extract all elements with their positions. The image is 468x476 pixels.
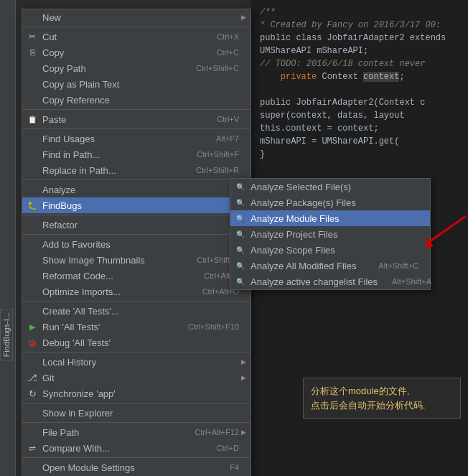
menu-item-copy[interactable]: CopyCtrl+C <box>22 45 251 60</box>
menu-item-cut[interactable]: CutCtrl+X <box>22 29 251 45</box>
icon-copy-icon <box>27 47 38 58</box>
menu-label-reformat: Reformat Code... <box>42 271 113 281</box>
icon-cut-icon <box>27 31 38 42</box>
menu-label-file-path: File Path <box>42 427 79 438</box>
menu-label-new: New <box>42 12 61 23</box>
menu-label-optimize-imports: Optimize Imports... <box>42 286 121 297</box>
menu-label-create-tests: Create 'All Tests'... <box>42 306 119 317</box>
menu-label-show-explorer: Show in Explorer <box>42 408 113 419</box>
analyze-icon-analyze-changelist <box>235 276 246 287</box>
code-line-10: this.context = context; <box>260 122 459 135</box>
shortcut-module-settings: F4 <box>215 463 239 472</box>
menu-item-replace-in-path[interactable]: Replace in Path...Ctrl+Shift+R <box>22 162 251 178</box>
analyze-icon-analyze-modified <box>235 260 246 271</box>
menu-label-compare-with: Compare With... <box>42 443 110 454</box>
menu-label-replace-in-path: Replace in Path... <box>42 165 116 176</box>
icon-compare-icon <box>27 442 38 454</box>
divider-after-new <box>22 27 251 27</box>
menu-label-findbugs: FindBugs <box>42 200 82 211</box>
shortcut-copy-path: Ctrl+Shift+C <box>182 64 239 73</box>
menu-label-find-usages: Find Usages <box>42 134 95 144</box>
submenu-label-analyze-module: Analyze Module Files <box>251 213 340 224</box>
findbugs-panel-label[interactable]: FindBugs-I... <box>0 309 13 360</box>
divider-after-synchronize <box>22 403 251 403</box>
code-line-7 <box>260 83 459 96</box>
submenu-item-analyze-selected[interactable]: Analyze Selected File(s) <box>230 179 430 195</box>
shortcut-copy: Ctrl+C <box>202 48 239 57</box>
shortcut-run-tests: Ctrl+Shift+F10 <box>174 322 239 331</box>
sidebar <box>0 0 16 476</box>
menu-item-module-settings[interactable]: Open Module SettingsF4 <box>22 459 251 475</box>
shortcut-find-in-path: Ctrl+Shift+F <box>182 150 239 159</box>
shortcut-cut: Ctrl+X <box>202 32 239 41</box>
submenu-label-analyze-project: Analyze Project Files <box>251 229 337 240</box>
menu-label-module-settings: Open Module Settings <box>42 462 135 473</box>
menu-label-copy-plain: Copy as Plain Text <box>42 79 119 90</box>
menu-item-synchronize[interactable]: Synchronize 'app' <box>22 386 251 401</box>
menu-item-paste[interactable]: PasteCtrl+V <box>22 111 251 127</box>
menu-label-copy: Copy <box>42 47 64 58</box>
code-line-6: private Context context; <box>260 70 459 83</box>
submenu-label-analyze-scope: Analyze Scope Files <box>251 245 335 256</box>
menu-item-compare-with[interactable]: Compare With...Ctrl+D <box>22 440 251 456</box>
menu-item-file-path[interactable]: File PathCtrl+Alt+F12 <box>22 424 251 440</box>
code-line-11: mShareAPI = UMShareAPI.get( <box>260 135 459 148</box>
submenu-item-analyze-package[interactable]: Analyze Package(s) Files <box>230 195 430 210</box>
menu-label-show-thumbnails: Show Image Thumbnails <box>42 255 145 266</box>
menu-item-findbugs[interactable]: FindBugs <box>22 197 251 213</box>
menu-item-copy-ref[interactable]: Copy Reference <box>22 92 251 108</box>
analyze-icon-analyze-project <box>235 228 246 240</box>
menu-item-reformat[interactable]: Reformat Code...Ctrl+Alt+L <box>22 268 251 284</box>
menu-item-find-usages[interactable]: Find UsagesAlt+F7 <box>22 131 251 146</box>
menu-item-copy-plain[interactable]: Copy as Plain Text <box>22 76 251 92</box>
menu-item-local-history[interactable]: Local History <box>22 354 251 370</box>
icon-debug-icon <box>27 337 38 348</box>
divider-after-paste <box>22 129 251 129</box>
divider-after-show-explorer <box>22 422 251 423</box>
menu-item-create-tests[interactable]: Create 'All Tests'... <box>22 303 251 319</box>
tooltip-line2: 点击后会自动开始分析代码. <box>311 398 453 413</box>
analyze-icon-analyze-package <box>235 197 246 208</box>
menu-label-git: Git <box>42 373 55 383</box>
code-line-4: UMShareAPI mShareAPI; <box>260 45 459 57</box>
submenu-item-analyze-scope[interactable]: Analyze Scope Files <box>230 242 430 258</box>
menu-item-new[interactable]: New <box>22 9 251 25</box>
menu-label-find-in-path: Find in Path... <box>42 149 100 160</box>
findbugs-submenu: Analyze Selected File(s)Analyze Package(… <box>230 178 431 290</box>
submenu-label-analyze-package: Analyze Package(s) Files <box>251 197 356 208</box>
menu-label-debug-tests: Debug 'All Tests' <box>42 337 111 348</box>
shortcut-find-usages: Alt+F7 <box>202 134 239 143</box>
code-line-8: public JobfairAdapter2(Context c <box>260 96 459 109</box>
menu-item-show-explorer[interactable]: Show in Explorer <box>22 405 251 421</box>
divider-after-optimize-imports <box>22 301 251 302</box>
menu-item-optimize-imports[interactable]: Optimize Imports...Ctrl+Alt+O <box>22 284 251 299</box>
code-line-5: // TODO: 2016/6/18 context never <box>260 57 459 70</box>
code-line-3: public class JobfairAdapter2 extends <box>260 32 459 45</box>
menu-label-cut: Cut <box>42 32 57 42</box>
menu-item-add-favorites[interactable]: Add to Favorites <box>22 236 251 252</box>
menu-item-run-tests[interactable]: Run 'All Tests'Ctrl+Shift+F10 <box>22 319 251 335</box>
svg-line-1 <box>430 216 466 241</box>
submenu-shortcut-analyze-changelist: Alt+Shift+A <box>378 277 431 286</box>
menu-label-add-favorites: Add to Favorites <box>42 239 111 250</box>
menu-item-find-in-path[interactable]: Find in Path...Ctrl+Shift+F <box>22 146 251 162</box>
menu-item-analyze[interactable]: Analyze <box>22 182 251 197</box>
menu-label-copy-path: Copy Path <box>42 63 86 74</box>
shortcut-file-path: Ctrl+Alt+F12 <box>180 428 239 437</box>
icon-git-icon <box>27 372 38 383</box>
analyze-icon-analyze-selected <box>235 181 246 192</box>
shortcut-paste: Ctrl+V <box>202 115 239 123</box>
submenu-item-analyze-project[interactable]: Analyze Project Files <box>230 226 430 242</box>
submenu-item-analyze-module[interactable]: Analyze Module Files <box>230 210 430 226</box>
submenu-label-analyze-changelist: Analyze active changelist Files <box>251 276 378 287</box>
divider-after-debug-tests <box>22 352 251 353</box>
menu-label-paste: Paste <box>42 114 66 125</box>
menu-item-copy-path[interactable]: Copy PathCtrl+Shift+C <box>22 60 251 76</box>
menu-item-show-thumbnails[interactable]: Show Image ThumbnailsCtrl+Shift+T <box>22 252 251 268</box>
menu-item-git[interactable]: Git <box>22 370 251 386</box>
menu-item-refactor[interactable]: Refactor <box>22 217 251 233</box>
menu-item-debug-tests[interactable]: Debug 'All Tests' <box>22 335 251 350</box>
code-line-12: } <box>260 148 459 161</box>
submenu-item-analyze-modified[interactable]: Analyze All Modified FilesAlt+Shift+C <box>230 258 430 274</box>
submenu-item-analyze-changelist[interactable]: Analyze active changelist FilesAlt+Shift… <box>230 274 430 289</box>
